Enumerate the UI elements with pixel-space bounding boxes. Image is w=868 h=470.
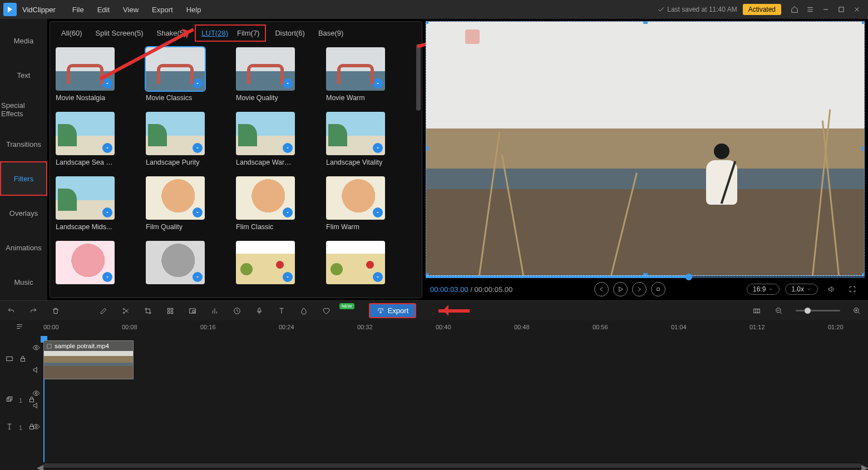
download-icon[interactable] — [373, 272, 383, 282]
filter-category[interactable]: Shake(5) — [152, 27, 191, 39]
search-icon[interactable] — [465, 29, 480, 44]
overlay-track-icon[interactable] — [6, 395, 13, 405]
mosaic-icon[interactable] — [165, 305, 176, 316]
video-clip[interactable]: sample potrait.mp4 — [43, 340, 134, 379]
filter-thumbnail[interactable] — [236, 241, 295, 284]
volume-icon[interactable] — [823, 281, 839, 297]
video-track[interactable]: sample potrait.mp4 — [43, 340, 860, 379]
delete-icon[interactable] — [50, 305, 61, 316]
zoom-slider[interactable] — [796, 310, 840, 311]
track-menu-icon[interactable] — [16, 323, 23, 333]
mic-icon[interactable] — [254, 305, 265, 316]
filter-category[interactable]: Split Screen(5) — [91, 27, 148, 39]
filter-thumbnail[interactable] — [236, 47, 295, 91]
filter-thumbnail[interactable] — [146, 176, 205, 220]
fullscreen-icon[interactable] — [845, 281, 860, 297]
visibility-icon[interactable] — [32, 389, 40, 399]
filter-item[interactable] — [146, 241, 205, 288]
close-icon[interactable] — [849, 2, 865, 17]
filter-thumbnail[interactable] — [326, 112, 385, 155]
filter-item[interactable]: Movie Nostalgia — [56, 47, 115, 102]
download-icon[interactable] — [102, 78, 112, 88]
filter-category[interactable]: Film(7) — [233, 27, 264, 39]
visibility-icon[interactable] — [32, 344, 40, 354]
filter-thumbnail[interactable] — [56, 176, 115, 220]
redo-icon[interactable] — [28, 305, 39, 316]
download-icon[interactable] — [193, 207, 203, 217]
aspect-ratio-selector[interactable]: 16:9 — [747, 284, 780, 295]
speed-selector[interactable]: 1.0x — [785, 284, 818, 295]
filter-thumbnail[interactable] — [56, 47, 115, 91]
filter-thumbnail[interactable] — [56, 241, 115, 284]
download-icon[interactable] — [193, 143, 203, 153]
stop-button[interactable] — [651, 282, 665, 296]
zoom-out-icon[interactable] — [773, 305, 785, 316]
sidebar-item-text[interactable]: Text — [0, 58, 47, 92]
sidebar-item-special-effects[interactable]: Special Effects — [0, 92, 47, 127]
edit-icon[interactable] — [98, 305, 109, 316]
download-icon[interactable] — [283, 207, 293, 217]
filter-item[interactable]: Landscape Warm... — [236, 112, 295, 166]
menu-file[interactable]: File — [66, 0, 91, 19]
sidebar-item-overlays[interactable]: Overlays — [0, 196, 47, 230]
filter-item[interactable]: Movie Quality — [236, 47, 295, 102]
filter-thumbnail[interactable] — [146, 241, 205, 284]
download-icon[interactable] — [373, 78, 383, 88]
timeline-ruler[interactable]: 00:0000:0800:1600:2400:3200:4000:4800:56… — [0, 320, 868, 336]
filter-item[interactable]: Flim Classic — [236, 176, 295, 231]
filter-thumbnail[interactable] — [326, 176, 385, 220]
preview-canvas[interactable] — [426, 21, 865, 276]
filter-item[interactable]: Movie Warm — [326, 47, 385, 102]
filter-item[interactable] — [56, 241, 115, 288]
filter-thumbnail[interactable] — [146, 47, 205, 91]
lock-icon[interactable] — [19, 355, 27, 365]
download-icon[interactable] — [283, 272, 293, 282]
filter-thumbnail[interactable] — [326, 47, 385, 91]
next-frame-button[interactable] — [632, 282, 647, 296]
timeline-tracks[interactable]: sample potrait.mp4 1 1 — [0, 336, 868, 462]
filter-category[interactable]: Distort(6) — [270, 27, 309, 39]
filter-item[interactable] — [236, 241, 295, 288]
text-track-icon[interactable] — [6, 423, 13, 433]
sidebar-item-media[interactable]: Media — [0, 23, 47, 58]
download-icon[interactable] — [283, 78, 293, 88]
filter-thumbnail[interactable] — [56, 112, 115, 155]
menu-help[interactable]: Help — [180, 0, 208, 19]
mute-icon[interactable] — [32, 402, 40, 412]
video-track-icon[interactable] — [6, 355, 13, 365]
filter-item[interactable]: Landscape Sea B... — [56, 112, 115, 166]
filter-item[interactable]: Flim Warm — [326, 176, 385, 231]
menu-export[interactable]: Export — [145, 0, 180, 19]
download-icon[interactable] — [193, 78, 203, 88]
zoom-in-icon[interactable] — [851, 305, 862, 316]
filter-thumbnail[interactable] — [146, 112, 205, 155]
download-icon[interactable] — [102, 272, 112, 282]
filter-item[interactable]: Film Quality — [146, 176, 205, 231]
sidebar-item-animations[interactable]: Animations — [0, 230, 47, 265]
filter-item[interactable] — [326, 241, 385, 288]
filter-item[interactable]: Landscape Vitality — [326, 112, 385, 166]
sidebar-item-music[interactable]: Music — [0, 265, 47, 299]
crop-icon[interactable] — [142, 305, 154, 316]
download-icon[interactable] — [373, 143, 383, 153]
sidebar-item-transitions[interactable]: Transitions — [0, 127, 47, 161]
filters-scrollbar[interactable] — [416, 44, 421, 295]
activated-badge[interactable]: Activated — [743, 4, 781, 15]
export-button[interactable]: Export — [369, 303, 417, 318]
menu-view[interactable]: View — [116, 0, 145, 19]
levels-icon[interactable] — [209, 305, 220, 316]
filter-category[interactable]: All(60) — [57, 27, 87, 39]
filter-thumbnail[interactable] — [236, 112, 295, 155]
sidebar-item-filters[interactable]: Filters — [0, 161, 47, 196]
prev-frame-button[interactable] — [594, 282, 609, 296]
filter-category[interactable]: LUT(28) — [197, 27, 233, 39]
hamburger-icon[interactable] — [802, 2, 818, 17]
minimize-icon[interactable] — [818, 2, 834, 17]
duration-icon[interactable] — [231, 305, 243, 316]
color-icon[interactable] — [298, 305, 309, 316]
undo-icon[interactable] — [6, 305, 17, 316]
split-icon[interactable] — [120, 305, 131, 316]
menu-edit[interactable]: Edit — [91, 0, 116, 19]
timeline-scrollbar[interactable]: ◀ ▶ — [43, 462, 861, 469]
filter-thumbnail[interactable] — [236, 176, 295, 220]
